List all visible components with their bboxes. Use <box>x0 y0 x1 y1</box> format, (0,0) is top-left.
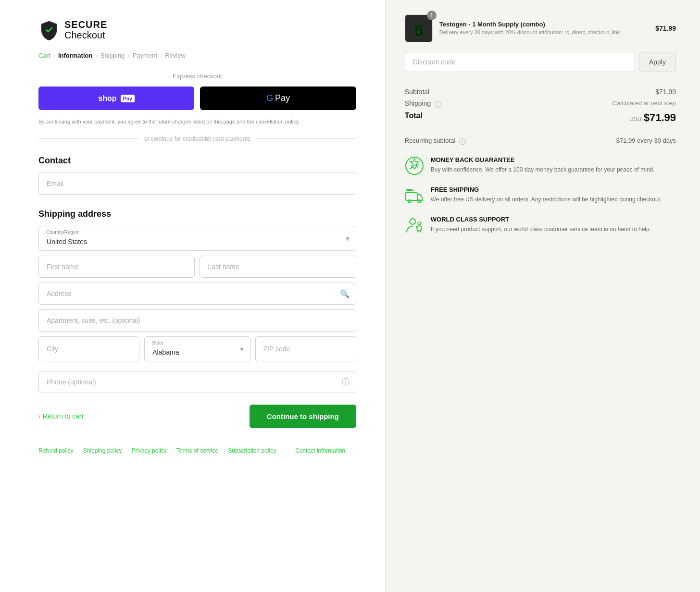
product-price: $71.99 <box>655 25 676 32</box>
logo-secure-text: SECURE <box>64 19 107 30</box>
email-field[interactable] <box>38 173 356 195</box>
country-select-wrapper: Country/Region United States ▾ <box>38 226 356 251</box>
last-name-field[interactable] <box>200 256 356 278</box>
address-wrapper: 🔍 <box>38 283 356 305</box>
country-select[interactable]: United States <box>38 226 356 251</box>
continue-to-shipping-button[interactable]: Continue to shipping <box>250 405 356 428</box>
recurring-info-icon[interactable]: i <box>459 138 466 145</box>
gpay-icon: G <box>266 93 273 103</box>
total-amount: USD $71.99 <box>629 111 676 124</box>
breadcrumb-cart[interactable]: Cart <box>38 52 50 59</box>
phone-wrapper: ⓘ <box>38 371 356 393</box>
shoppay-button[interactable]: shop Pay <box>38 86 194 110</box>
phone-field[interactable] <box>38 371 356 393</box>
shield-icon <box>38 19 60 40</box>
product-row: T 1 Testogen - 1 Month Supply (combo) De… <box>405 14 676 42</box>
free-shipping-icon <box>405 186 424 205</box>
zip-field[interactable] <box>255 336 356 361</box>
subtotal-value: $71.99 <box>655 88 676 96</box>
money-back-icon <box>405 156 424 175</box>
feature-free-shipping-title: FREE SHIPPING <box>431 186 662 193</box>
return-to-cart-link[interactable]: ‹ Return to cart <box>38 412 84 420</box>
feature-money-back-title: MONEY BACK GUARANTEE <box>431 156 655 163</box>
shipping-info-icon[interactable]: i <box>435 101 441 108</box>
support-icon <box>405 216 424 235</box>
shipping-policy-link[interactable]: Shipping policy <box>83 447 122 454</box>
recurring-label: Recurring subtotal i <box>405 137 466 145</box>
svg-point-8 <box>410 219 415 224</box>
svg-point-9 <box>417 226 422 231</box>
discount-row: Apply <box>405 52 676 72</box>
refund-policy-link[interactable]: Refund policy <box>38 447 74 454</box>
svg-text:T: T <box>417 30 420 34</box>
logo: SECURE Checkout <box>38 19 356 40</box>
feature-support-desc: If you need product support, our world c… <box>431 225 651 234</box>
breadcrumb-review: Review <box>165 52 186 59</box>
svg-rect-5 <box>406 193 417 200</box>
contact-title: Contact <box>38 156 356 166</box>
apply-discount-button[interactable]: Apply <box>639 52 676 72</box>
feature-free-shipping-desc: We offer free US delivery on all orders.… <box>431 195 662 204</box>
feature-money-back: MONEY BACK GUARANTEE Buy with confidence… <box>405 156 676 175</box>
gpay-button[interactable]: G Pay <box>200 86 356 110</box>
subtotal-row: Subtotal $71.99 <box>405 88 676 96</box>
address-field[interactable] <box>38 283 356 305</box>
feature-support-title: WORLD CLASS SUPPORT <box>431 216 651 223</box>
state-select[interactable]: Alabama <box>144 336 250 361</box>
svg-point-10 <box>418 222 421 225</box>
contact-section: Contact <box>38 156 356 199</box>
policy-notice: By continuing with your payment, you agr… <box>38 118 356 126</box>
product-description: Delivery every 30 days with 20% discount… <box>439 29 649 36</box>
shipping-label: Shipping i <box>405 99 441 108</box>
subtotal-label: Subtotal <box>405 88 429 96</box>
state-select-wrapper: State Alabama ▾ <box>144 336 250 361</box>
terms-of-service-link[interactable]: Terms of service <box>176 447 218 454</box>
express-checkout-buttons: shop Pay G Pay <box>38 86 356 110</box>
help-icon: ⓘ <box>342 377 350 387</box>
form-actions: ‹ Return to cart Continue to shipping <box>38 405 356 428</box>
express-checkout-label: Express checkout <box>38 73 356 80</box>
breadcrumb-payment: Payment <box>133 52 157 59</box>
recurring-row: Recurring subtotal i $71.99 every 30 day… <box>405 131 676 145</box>
feature-free-shipping: FREE SHIPPING We offer free US delivery … <box>405 186 676 205</box>
features-section: MONEY BACK GUARANTEE Buy with confidence… <box>405 156 676 235</box>
breadcrumb-information: Information <box>58 52 93 59</box>
product-thumbnail-icon: T <box>410 20 427 37</box>
footer-links: Refund policy Shipping policy Privacy po… <box>38 447 356 454</box>
product-name: Testogen - 1 Month Supply (combo) <box>439 21 649 28</box>
svg-point-4 <box>406 157 423 174</box>
product-image-wrapper: T 1 <box>405 14 433 42</box>
total-label: Total <box>405 111 423 124</box>
city-field[interactable] <box>38 336 139 361</box>
left-panel: SECURE Checkout Cart › Information › Shi… <box>0 0 385 592</box>
divider: or continue for credit/debit card paymen… <box>38 136 356 142</box>
shipping-address-section: Shipping address Country/Region United S… <box>38 209 356 393</box>
feature-money-back-desc: Buy with confidence. We offer a 100 day … <box>431 165 655 174</box>
chevron-left-icon: ‹ <box>38 412 41 420</box>
shoppay-badge: Pay <box>121 95 135 102</box>
discount-code-input[interactable] <box>405 52 635 72</box>
feature-support: WORLD CLASS SUPPORT If you need product … <box>405 216 676 235</box>
svg-point-7 <box>418 200 421 203</box>
name-row <box>38 256 356 278</box>
breadcrumb: Cart › Information › Shipping › Payment … <box>38 52 356 59</box>
shipping-value: Calculated at next step <box>612 99 676 108</box>
totals-section: Subtotal $71.99 Shipping i Calculated at… <box>405 81 676 124</box>
breadcrumb-shipping: Shipping <box>100 52 125 59</box>
shipping-row: Shipping i Calculated at next step <box>405 99 676 108</box>
subscription-policy-link[interactable]: Subscription policy <box>228 447 276 454</box>
first-name-field[interactable] <box>38 256 195 278</box>
city-state-zip-row: State Alabama ▾ <box>38 336 356 366</box>
contact-information-link[interactable]: Contact information <box>295 447 345 454</box>
right-panel: T 1 Testogen - 1 Month Supply (combo) De… <box>385 0 700 592</box>
shipping-address-title: Shipping address <box>38 209 356 219</box>
recurring-value: $71.99 every 30 days <box>616 137 676 145</box>
shoppay-label: shop <box>98 94 116 103</box>
privacy-policy-link[interactable]: Privacy policy <box>131 447 166 454</box>
search-icon: 🔍 <box>340 289 350 298</box>
svg-point-6 <box>408 200 411 203</box>
logo-checkout-text: Checkout <box>64 30 107 40</box>
apt-field[interactable] <box>38 309 356 332</box>
total-row: Total USD $71.99 <box>405 111 676 124</box>
product-quantity-badge: 1 <box>427 11 437 20</box>
